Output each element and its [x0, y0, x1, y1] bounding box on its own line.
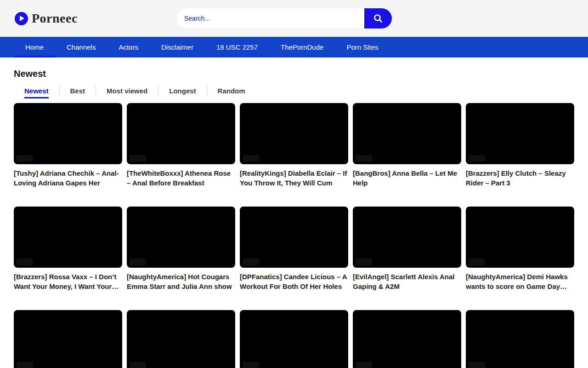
video-thumbnail[interactable]	[127, 103, 235, 164]
sort-tab[interactable]: Most viewed	[96, 85, 158, 97]
nav-item-label: Disclaimer	[161, 43, 193, 51]
search-input[interactable]	[177, 8, 364, 29]
video-thumbnail[interactable]	[353, 310, 461, 368]
duration-badge	[469, 259, 485, 265]
video-card[interactable]: [BangBros] Anna Bella – Let Me Help	[353, 103, 461, 188]
video-card[interactable]	[466, 310, 574, 368]
sort-tab[interactable]: Random	[207, 85, 256, 97]
video-card[interactable]: [DPFanatics] Candee Licious – A Workout …	[240, 207, 348, 291]
nav-item[interactable]: Actors	[107, 37, 150, 58]
search-bar	[177, 8, 392, 29]
video-card[interactable]: [NaughtyAmerica] Hot Cougars Emma Starr …	[127, 207, 235, 291]
video-title[interactable]: [NaughtyAmerica] Demi Hawks wants to sco…	[466, 272, 574, 291]
video-thumbnail[interactable]	[14, 103, 122, 164]
nav-item[interactable]: Channels	[55, 37, 107, 58]
duration-badge	[130, 155, 146, 162]
play-icon	[15, 12, 28, 25]
video-thumbnail[interactable]	[14, 207, 122, 268]
header: Porneec	[0, 0, 588, 37]
duration-badge	[356, 259, 372, 265]
video-thumbnail[interactable]	[240, 310, 348, 368]
video-card[interactable]: [RealityKings] Diabella Eclair – If You …	[240, 103, 348, 188]
video-card[interactable]: [Brazzers] Elly Clutch – Sleazy Rider – …	[466, 103, 574, 188]
nav-item[interactable]: ThePornDude	[269, 37, 335, 58]
duration-badge	[17, 155, 33, 162]
sort-tab-label: Longest	[169, 87, 196, 95]
sort-tab-label: Best	[70, 87, 85, 95]
nav-item[interactable]: Disclaimer	[150, 37, 205, 58]
video-card[interactable]	[240, 310, 348, 368]
video-thumbnail[interactable]	[240, 103, 348, 164]
video-grid: [Tushy] Adriana Chechik – Anal-Loving Ad…	[14, 103, 574, 368]
nav-item-label: ThePornDude	[281, 43, 323, 51]
nav-item[interactable]: Porn Sites	[335, 37, 390, 58]
video-thumbnail[interactable]	[353, 207, 461, 268]
nav-item-label: Porn Sites	[346, 43, 378, 51]
video-thumbnail[interactable]	[466, 103, 574, 164]
search-icon	[373, 13, 384, 24]
video-card[interactable]: [Brazzers] Rossa Vaxx – I Don’t Want You…	[14, 207, 122, 291]
sort-tab-label: Most viewed	[107, 87, 147, 95]
video-thumbnail[interactable]	[240, 207, 348, 268]
video-card[interactable]	[353, 310, 461, 368]
video-title[interactable]: [BangBros] Anna Bella – Let Me Help	[353, 168, 461, 188]
sort-tab-label: Newest	[24, 87, 49, 98]
duration-badge	[356, 362, 372, 368]
site-logo[interactable]: Porneec	[15, 11, 78, 26]
video-card[interactable]	[14, 310, 122, 368]
duration-badge	[17, 362, 33, 368]
video-thumbnail[interactable]	[466, 207, 574, 268]
nav-item[interactable]: Home	[14, 37, 55, 58]
sort-tabs: Newest Best Most viewed Longest Random	[14, 85, 574, 97]
main-content: Newest Newest Best Most viewed Longest R…	[0, 69, 588, 368]
duration-badge	[243, 155, 259, 162]
nav-item-label: Actors	[119, 43, 138, 51]
video-title[interactable]: [Brazzers] Rossa Vaxx – I Don’t Want You…	[14, 272, 122, 291]
duration-badge	[130, 362, 146, 368]
nav-item-label: 18 USC 2257	[216, 43, 258, 51]
video-thumbnail[interactable]	[466, 310, 574, 368]
page-title: Newest	[14, 69, 574, 79]
video-card[interactable]: [EvilAngel] Scarlett Alexis Anal Gaping …	[353, 207, 461, 291]
video-card[interactable]: [NaughtyAmerica] Demi Hawks wants to sco…	[466, 207, 574, 291]
sort-tab[interactable]: Best	[59, 85, 96, 97]
video-card[interactable]: [Tushy] Adriana Chechik – Anal-Loving Ad…	[14, 103, 122, 188]
search-button[interactable]	[364, 8, 392, 29]
video-title[interactable]: [Tushy] Adriana Chechik – Anal-Loving Ad…	[14, 168, 122, 188]
video-thumbnail[interactable]	[14, 310, 122, 368]
nav-item-label: Home	[25, 43, 44, 51]
video-thumbnail[interactable]	[127, 207, 235, 268]
duration-badge	[243, 259, 259, 265]
video-title[interactable]: [Brazzers] Elly Clutch – Sleazy Rider – …	[466, 168, 574, 188]
nav-item[interactable]: 18 USC 2257	[205, 37, 269, 58]
sort-tab[interactable]: Longest	[158, 85, 206, 97]
video-thumbnail[interactable]	[353, 103, 461, 164]
video-title[interactable]: [DPFanatics] Candee Licious – A Workout …	[240, 272, 348, 291]
duration-badge	[469, 362, 485, 368]
video-card[interactable]: [TheWhiteBoxxx] Athenea Rose – Anal Befo…	[127, 103, 235, 188]
video-card[interactable]	[127, 310, 235, 368]
duration-badge	[469, 155, 485, 162]
video-title[interactable]: [NaughtyAmerica] Hot Cougars Emma Starr …	[127, 272, 235, 291]
sort-tab-label: Random	[218, 87, 245, 95]
video-title[interactable]: [RealityKings] Diabella Eclair – If You …	[240, 168, 348, 188]
main-nav: Home Channels Actors Disclaimer 18 USC 2…	[0, 37, 588, 58]
video-thumbnail[interactable]	[127, 310, 235, 368]
duration-badge	[243, 362, 259, 368]
nav-item-label: Channels	[67, 43, 96, 51]
duration-badge	[356, 155, 372, 162]
video-title[interactable]: [EvilAngel] Scarlett Alexis Anal Gaping …	[353, 272, 461, 291]
duration-badge	[17, 259, 33, 265]
site-title: Porneec	[32, 11, 78, 26]
sort-tab[interactable]: Newest	[14, 85, 59, 97]
video-title[interactable]: [TheWhiteBoxxx] Athenea Rose – Anal Befo…	[127, 168, 235, 188]
duration-badge	[130, 259, 146, 265]
